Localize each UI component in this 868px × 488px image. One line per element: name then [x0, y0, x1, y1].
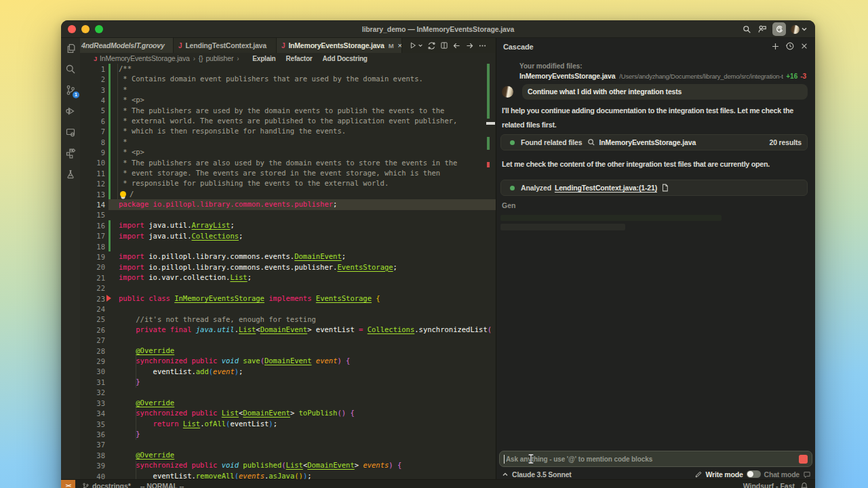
code-line[interactable]: 9 * <p>	[80, 147, 496, 157]
tool-call-analyzed[interactable]: Analyzed LendingTestContext.java:(1-21)	[500, 180, 808, 196]
sidebar-item-source-control[interactable]: 1	[64, 84, 77, 96]
sync-icon[interactable]	[427, 41, 436, 50]
chevron-down-icon[interactable]	[801, 26, 808, 33]
mode-toggle[interactable]	[747, 470, 761, 478]
code-line[interactable]: 22	[80, 283, 496, 293]
line-number: 22	[80, 284, 105, 292]
sidebar-item-explorer[interactable]	[64, 42, 77, 54]
account-avatar[interactable]	[791, 25, 800, 34]
code-line[interactable]: 5 * The publishers are used by the domai…	[80, 106, 496, 116]
sidebar-item-run-debug[interactable]	[64, 105, 77, 117]
code-line[interactable]: 39 synchronized public void published(Li…	[80, 460, 496, 470]
model-selector[interactable]: Claude 3.5 Sonnet	[512, 470, 572, 479]
chevron-down-icon[interactable]	[418, 43, 423, 48]
code-line[interactable]: 23public class InMemoryEventsStorage imp…	[80, 293, 496, 304]
chevron-up-icon[interactable]	[502, 471, 509, 478]
code-line[interactable]: 19import io.pillopl.library.commons.even…	[80, 251, 496, 262]
code-line[interactable]: 26 private final java.util.List<DomainEv…	[80, 325, 496, 335]
close-icon[interactable]	[800, 42, 808, 50]
code-text: @Override	[119, 450, 496, 460]
codelens-add-docstring[interactable]: Add Docstring	[322, 55, 367, 62]
code-line[interactable]: 17import java.util.Collections;	[80, 231, 496, 241]
code-line[interactable]: 15	[80, 210, 496, 220]
additions-count: +16	[786, 73, 797, 80]
gutter	[105, 471, 119, 479]
chat-mode-label[interactable]: Chat mode	[764, 470, 800, 479]
code-line[interactable]: 25 //it's not thread safe, enough for te…	[80, 314, 496, 325]
code-text	[119, 210, 496, 220]
code-line[interactable]: 12 * responsible for publishing the even…	[80, 178, 496, 188]
remote-indicator[interactable]: ><	[61, 480, 75, 488]
line-number: 25	[80, 315, 105, 323]
code-line[interactable]: 35 return List.ofAll(eventList);	[80, 419, 496, 429]
more-icon[interactable]	[478, 41, 487, 50]
code-line[interactable]: 40 eventList.removeAll(events.asJava());	[80, 471, 496, 479]
share-profile-icon[interactable]	[757, 24, 768, 35]
overview-ruler[interactable]	[486, 64, 496, 479]
code-line[interactable]: 18	[80, 241, 496, 251]
code-line[interactable]: 28 @Override	[80, 346, 496, 356]
code-line[interactable]: 14package io.pillopl.library.common.even…	[80, 199, 496, 209]
search-icon[interactable]	[741, 24, 752, 35]
chat-input[interactable]: Ask anything - use '@' to mention code b…	[499, 451, 812, 467]
forward-icon[interactable]	[465, 41, 474, 50]
breadcrumb-file[interactable]: InMemoryEventsStorage.java	[100, 54, 190, 62]
code-line[interactable]: 37	[80, 440, 496, 450]
tool-call-found-related-files[interactable]: Found related files InMemoryEventsStorag…	[500, 134, 808, 150]
bell-icon[interactable]	[800, 482, 808, 488]
write-mode-label[interactable]: Write mode	[706, 470, 743, 479]
code-line[interactable]: 27	[80, 336, 496, 346]
code-line[interactable]: 34 synchronized public List<DomainEvent>…	[80, 408, 496, 418]
tab-inmemoryeventsstorage-java[interactable]: J InMemoryEventsStorage.java M ×	[277, 38, 402, 53]
codelens-explain[interactable]: Explain	[252, 55, 275, 62]
windsurf-logo[interactable]	[772, 22, 786, 36]
code-line[interactable]: 21import io.vavr.collection.List;	[80, 272, 496, 283]
new-chat-icon[interactable]	[771, 42, 780, 51]
sidebar-item-search[interactable]	[64, 63, 77, 75]
code-line[interactable]: 13/	[80, 189, 496, 199]
code-text: * The publishers are also used by the do…	[119, 158, 496, 168]
code-editor[interactable]: 1/**2 * Contains domain event publishers…	[80, 64, 496, 479]
code-line[interactable]: 8 *	[80, 137, 496, 147]
code-line[interactable]: 3 *	[80, 85, 496, 95]
sidebar-item-extensions[interactable]	[64, 147, 77, 159]
lightbulb-icon[interactable]	[120, 191, 126, 197]
split-editor-icon[interactable]	[440, 41, 448, 49]
code-line[interactable]: 36 }	[80, 429, 496, 439]
code-line[interactable]: 7 * which is then responsible for handli…	[80, 126, 496, 136]
back-icon[interactable]	[452, 41, 461, 50]
analyzed-file-link[interactable]: LendingTestContext.java:(1-21)	[555, 184, 657, 192]
history-icon[interactable]	[785, 41, 795, 51]
code-line[interactable]: 6 * external world. The events are publi…	[80, 116, 496, 126]
tab-andreadmodelsit-groovy[interactable]: 4ndReadModelsIT.groovy	[80, 38, 174, 53]
code-line[interactable]: 1/**	[80, 64, 496, 74]
code-line[interactable]: 31 }	[80, 377, 496, 387]
code-line[interactable]: 30 eventList.add(event);	[80, 367, 496, 377]
codelens-refactor[interactable]: Refactor	[286, 55, 313, 62]
breadcrumb-symbol[interactable]: publisher	[205, 54, 233, 62]
code-line[interactable]: 38 @Override	[80, 450, 496, 460]
windsurf-status[interactable]: Windsurf - Fast	[743, 482, 795, 488]
java-file-icon: J	[94, 55, 97, 62]
stop-button[interactable]	[799, 455, 808, 464]
code-line[interactable]: 33 @Override	[80, 398, 496, 408]
pencil-icon	[694, 470, 703, 479]
tab-lendingtestcontext-java[interactable]: J LendingTestContext.java	[174, 38, 277, 53]
sidebar-item-testing[interactable]	[64, 168, 77, 180]
sidebar-item-remote-explorer[interactable]	[64, 126, 77, 138]
code-line[interactable]: 10 * The publishers are also used by the…	[80, 158, 496, 168]
code-line[interactable]: 24	[80, 304, 496, 314]
code-line[interactable]: 2 * Contains domain event publishers tha…	[80, 74, 496, 84]
code-line[interactable]: 4 * <p>	[80, 95, 496, 105]
code-line[interactable]: 29 synchronized public void save(DomainE…	[80, 356, 496, 366]
line-number: 21	[80, 274, 105, 282]
code-line[interactable]: 20import io.pillopl.library.commons.even…	[80, 262, 496, 272]
close-tab-icon[interactable]: ×	[397, 41, 401, 49]
run-icon[interactable]	[409, 41, 417, 49]
git-branch-item[interactable]: docstrings*	[82, 482, 131, 488]
modified-file-name[interactable]: InMemoryEventsStorage.java	[519, 72, 615, 80]
gutter	[105, 429, 119, 439]
code-line[interactable]: 11 * event storage. The events are store…	[80, 168, 496, 178]
code-line[interactable]: 16import java.util.ArrayList;	[80, 220, 496, 230]
code-line[interactable]: 32	[80, 388, 496, 398]
